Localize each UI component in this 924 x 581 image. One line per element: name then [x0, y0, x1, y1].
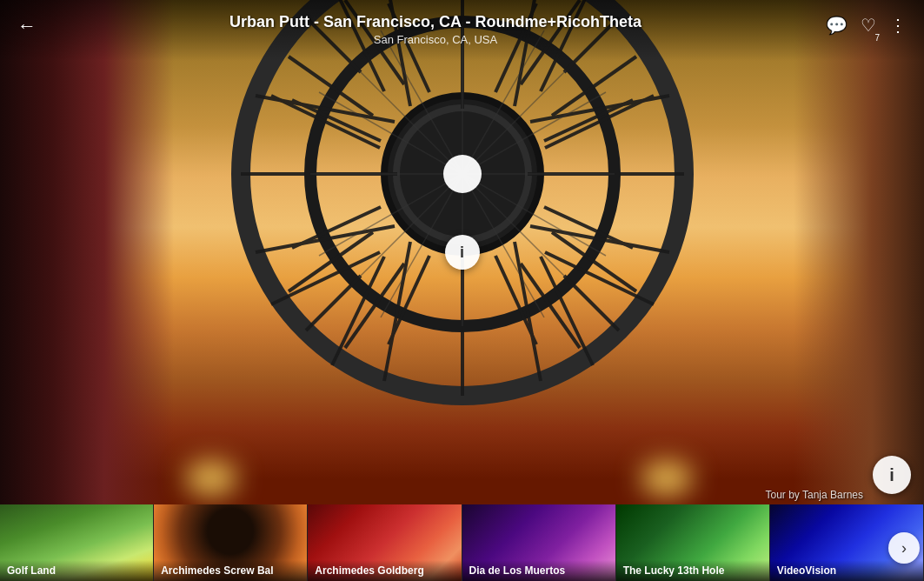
thumb-label-lucky-13th-hole: The Lucky 13th Hole — [616, 560, 769, 581]
next-arrow-button[interactable]: › — [888, 532, 920, 564]
right-wall — [794, 0, 924, 504]
more-options-button[interactable]: ⋮ — [889, 15, 907, 36]
thumbnail-lucky-13th-hole[interactable]: The Lucky 13th Hole — [616, 504, 770, 581]
thumbnail-archimedes-goldberg[interactable]: Archimedes Goldberg — [308, 504, 462, 581]
left-wall — [0, 0, 174, 504]
thumb-label-archimedes-screw: Archimedes Screw Bal — [154, 560, 307, 581]
top-header: ← Urban Putt - San Francisco, CA - Round… — [0, 0, 924, 61]
info-center-button[interactable]: i — [445, 235, 480, 270]
thumbnail-strip: Golf Land Archimedes Screw Bal Archimede… — [0, 504, 924, 581]
main-title: Urban Putt - San Francisco, CA - Roundme… — [45, 13, 826, 31]
thumb-label-dia-de-los-muertos: Dia de Los Muertos — [462, 560, 615, 581]
info-bottom-button[interactable]: i — [873, 456, 911, 494]
title-area: Urban Putt - San Francisco, CA - Roundme… — [45, 13, 826, 46]
panorama-view: i ← Urban Putt - San Francisco, CA - Rou… — [0, 0, 924, 504]
heart-button[interactable]: ♡ 7 — [861, 15, 876, 36]
svg-point-57 — [443, 155, 482, 193]
tour-attribution: Tour by Tanja Barnes — [765, 489, 863, 501]
thumbnail-archimedes-screw[interactable]: Archimedes Screw Bal — [154, 504, 308, 581]
comment-button[interactable]: 💬 — [826, 15, 848, 36]
thumb-label-archimedes-goldberg: Archimedes Goldberg — [308, 560, 461, 581]
thumbnail-golf-land[interactable]: Golf Land — [0, 504, 154, 581]
heart-count: 7 — [874, 33, 880, 43]
thumbnail-dia-de-los-muertos[interactable]: Dia de Los Muertos — [462, 504, 616, 581]
subtitle: San Francisco, CA, USA — [45, 33, 826, 46]
heart-icon: ♡ — [861, 16, 876, 35]
thumb-label-golf-land: Golf Land — [0, 560, 153, 581]
back-button[interactable]: ← — [17, 15, 45, 37]
top-icons: 💬 ♡ 7 ⋮ — [826, 15, 907, 36]
